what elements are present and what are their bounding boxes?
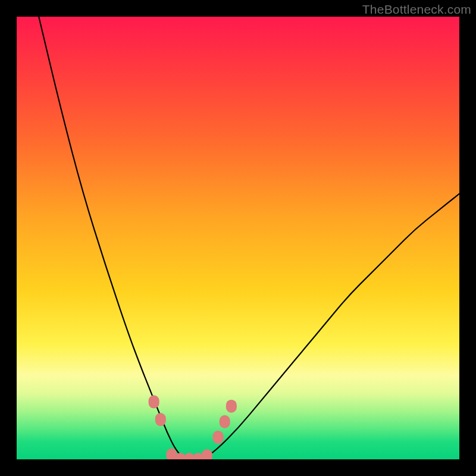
sample-point [213,431,224,444]
chart-frame: TheBottleneck.com [0,0,476,476]
watermark-text: TheBottleneck.com [362,2,471,17]
sample-point [220,415,230,428]
sample-points [149,395,237,459]
bottleneck-curve [39,17,459,459]
chart-svg [17,17,459,459]
sample-point [202,449,212,459]
sample-point [155,413,166,426]
sample-point [149,395,159,408]
chart-plot-area [17,17,459,459]
sample-point [226,400,237,413]
